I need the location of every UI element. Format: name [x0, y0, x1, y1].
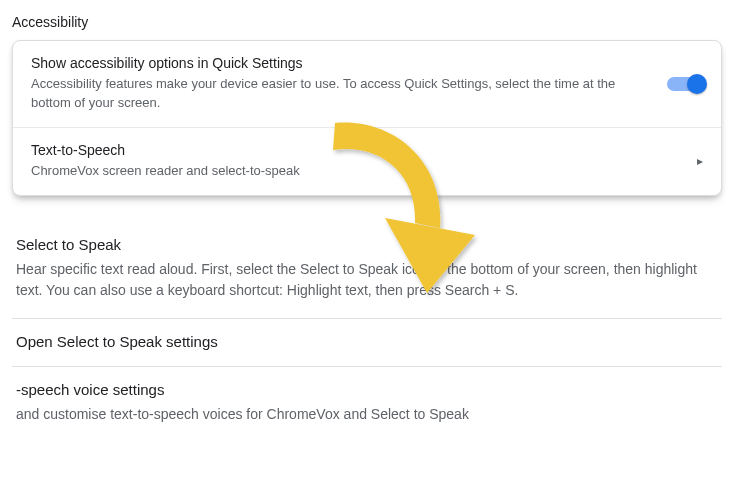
select-to-speak-desc: Hear specific text read aloud. First, se…: [16, 259, 718, 302]
quick-settings-desc: Accessibility features make your device …: [31, 75, 655, 113]
accessibility-card: Show accessibility options in Quick Sett…: [12, 40, 722, 196]
voice-settings-desc: and customise text-to-speech voices for …: [16, 404, 718, 426]
select-to-speak-title: Select to Speak: [16, 236, 718, 253]
text-to-speech-row[interactable]: Text-to-Speech ChromeVox screen reader a…: [13, 127, 721, 195]
page-title: Accessibility: [0, 0, 734, 40]
voice-settings-section: -speech voice settings and customise tex…: [12, 367, 722, 442]
select-to-speak-section: Select to Speak Hear specific text read …: [12, 222, 722, 319]
quick-settings-row[interactable]: Show accessibility options in Quick Sett…: [13, 41, 721, 127]
text-to-speech-title: Text-to-Speech: [31, 142, 685, 158]
quick-settings-title: Show accessibility options in Quick Sett…: [31, 55, 655, 71]
chevron-right-icon: ▸: [697, 154, 703, 168]
text-to-speech-desc: ChromeVox screen reader and select-to-sp…: [31, 162, 685, 181]
voice-settings-title: -speech voice settings: [16, 381, 718, 398]
open-select-to-speak-label: Open Select to Speak settings: [16, 333, 718, 350]
open-select-to-speak-link[interactable]: Open Select to Speak settings: [12, 319, 722, 367]
quick-settings-toggle[interactable]: [667, 77, 703, 91]
